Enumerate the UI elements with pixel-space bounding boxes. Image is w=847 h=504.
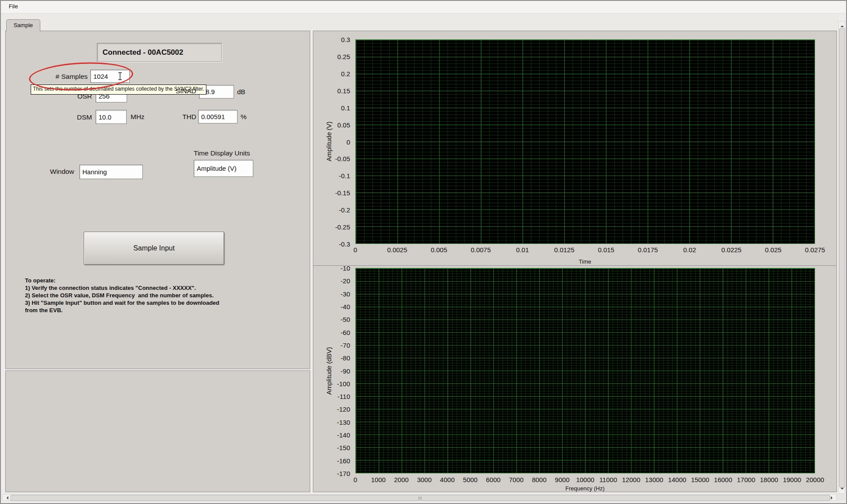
x-tick-label: 8000 <box>532 476 546 483</box>
connection-status: Connected - 00AC5002 <box>97 43 222 62</box>
x-tick-label: 0.0175 <box>638 246 658 254</box>
samples-input[interactable] <box>90 70 130 83</box>
x-tick-label: 0 <box>354 476 357 483</box>
horizontal-scrollbar-thumb[interactable] <box>11 495 830 501</box>
x-tick-label: 4000 <box>440 476 454 483</box>
x-tick-label: 0.0225 <box>721 246 741 254</box>
sinad-label: SINAD <box>167 87 196 95</box>
freq-plot-x-axis-title: Frequency (Hz) <box>565 485 605 492</box>
tab-sample[interactable]: Sample <box>6 19 40 32</box>
thd-value: 0.00591 <box>198 110 237 123</box>
y-tick-label: -130 <box>337 418 350 426</box>
instructions-line: 2) Select the OSR value, DSM Frequency a… <box>25 292 214 299</box>
y-tick-label: -50 <box>340 316 350 323</box>
x-tick-label: 5000 <box>463 476 478 483</box>
instructions-line: To operate: <box>25 277 56 284</box>
scroll-down-arrow-icon[interactable] <box>840 488 844 491</box>
x-tick-label: 0.025 <box>765 246 782 254</box>
x-tick-label: 20000 <box>806 476 824 483</box>
y-tick-label: -80 <box>340 354 350 362</box>
x-tick-label: 0 <box>354 246 357 254</box>
x-tick-label: 0.01 <box>516 246 529 254</box>
y-tick-label: -20 <box>340 277 350 285</box>
instructions-text: To operate: 1) Verify the connection sta… <box>25 277 220 314</box>
x-tick-label: 0.0025 <box>387 246 407 254</box>
y-tick-label: -0.15 <box>335 189 350 197</box>
x-tick-label: 6000 <box>486 476 500 483</box>
x-tick-label: 14000 <box>668 476 686 483</box>
x-tick-label: 13000 <box>645 476 663 483</box>
x-tick-label: 7000 <box>509 476 523 483</box>
scroll-right-arrow-icon[interactable] <box>831 496 834 500</box>
y-tick-label: -0.3 <box>339 240 350 248</box>
freq-plot-y-ticks: -10-20-30-40-50-60-70-80-90-100-110-120-… <box>327 268 353 473</box>
y-tick-label: -40 <box>340 303 350 310</box>
x-tick-label: 15000 <box>691 476 709 483</box>
time-plot-x-ticks: 00.00250.0050.00750.010.01250.0150.01750… <box>355 246 815 255</box>
y-tick-label: -0.05 <box>335 155 350 162</box>
thd-label: THD <box>167 113 196 121</box>
y-tick-label: -70 <box>340 341 350 349</box>
freq-plot-x-ticks: 0100020003000400050006000700080009000100… <box>355 476 815 485</box>
y-tick-label: -150 <box>337 444 350 451</box>
instructions-line: from the EVB. <box>25 307 63 314</box>
thd-unit: % <box>241 113 247 121</box>
plot-panel-divider <box>313 265 836 266</box>
x-tick-label: 0.0075 <box>471 246 491 254</box>
dsm-unit: MHz <box>131 113 145 121</box>
x-tick-label: 0.005 <box>431 246 447 254</box>
control-panel <box>5 31 310 369</box>
dsm-input[interactable] <box>96 110 127 124</box>
y-tick-label: -10 <box>340 264 350 272</box>
sinad-unit: dB <box>237 88 245 96</box>
x-tick-label: 0.0275 <box>805 246 825 254</box>
y-tick-label: 0.05 <box>337 121 350 128</box>
instructions-line: 1) Verify the connection status indicate… <box>25 285 196 291</box>
y-tick-label: -30 <box>340 290 350 297</box>
y-tick-label: -140 <box>337 431 350 439</box>
x-tick-label: 10000 <box>576 476 595 483</box>
x-tick-label: 12000 <box>622 476 641 483</box>
vertical-scrollbar[interactable] <box>838 21 845 494</box>
y-tick-label: -110 <box>337 393 350 400</box>
scroll-left-arrow-icon[interactable] <box>5 496 8 500</box>
x-tick-label: 11000 <box>599 476 617 483</box>
window-label: Window <box>50 168 74 176</box>
instructions-line: 3) Hit "Sample Input" button and wait fo… <box>25 300 220 306</box>
vertical-scrollbar-thumb[interactable] <box>839 28 845 487</box>
y-tick-label: -90 <box>340 367 350 374</box>
y-tick-label: -0.1 <box>339 172 350 180</box>
horizontal-scrollbar[interactable] <box>2 494 837 501</box>
scrollbar-corner <box>837 494 845 501</box>
ibeam-cursor-icon <box>117 72 123 82</box>
time-plot-x-axis-title: Time <box>579 258 591 265</box>
y-tick-label: 0.25 <box>337 53 350 60</box>
y-tick-label: 0 <box>347 138 350 145</box>
x-tick-label: 18000 <box>760 476 778 483</box>
sample-input-button[interactable]: Sample Input <box>84 232 224 265</box>
x-tick-label: 0.0125 <box>554 246 574 254</box>
time-plot-area <box>355 39 815 244</box>
time-plot-y-ticks: 0.30.250.20.150.10.050-0.05-0.1-0.15-0.2… <box>327 39 353 244</box>
time-display-units-select[interactable]: Amplitude (V) <box>194 160 253 177</box>
y-tick-label: -60 <box>340 328 350 336</box>
x-tick-label: 0.02 <box>683 246 696 254</box>
x-tick-label: 17000 <box>737 476 755 483</box>
y-tick-label: -0.25 <box>335 223 350 231</box>
app-window: File Sample Connected - 00AC5002 # Sampl… <box>0 0 847 504</box>
x-tick-label: 16000 <box>714 476 732 483</box>
scroll-up-arrow-icon[interactable] <box>840 24 844 27</box>
y-tick-label: 0.1 <box>341 104 350 111</box>
tab-sample-label: Sample <box>14 22 33 28</box>
menu-bar: File <box>1 1 846 14</box>
y-tick-label: 0.15 <box>337 87 350 94</box>
x-tick-label: 1000 <box>371 476 386 483</box>
tab-strip: Sample <box>1 14 839 31</box>
y-tick-label: -120 <box>337 405 350 413</box>
samples-label: # Samples <box>45 73 88 81</box>
menu-file[interactable]: File <box>4 1 22 12</box>
window-select[interactable]: Hanning <box>79 165 143 179</box>
dsm-label: DSM <box>53 113 92 121</box>
lower-panel <box>5 370 310 492</box>
y-tick-label: -170 <box>337 470 350 477</box>
